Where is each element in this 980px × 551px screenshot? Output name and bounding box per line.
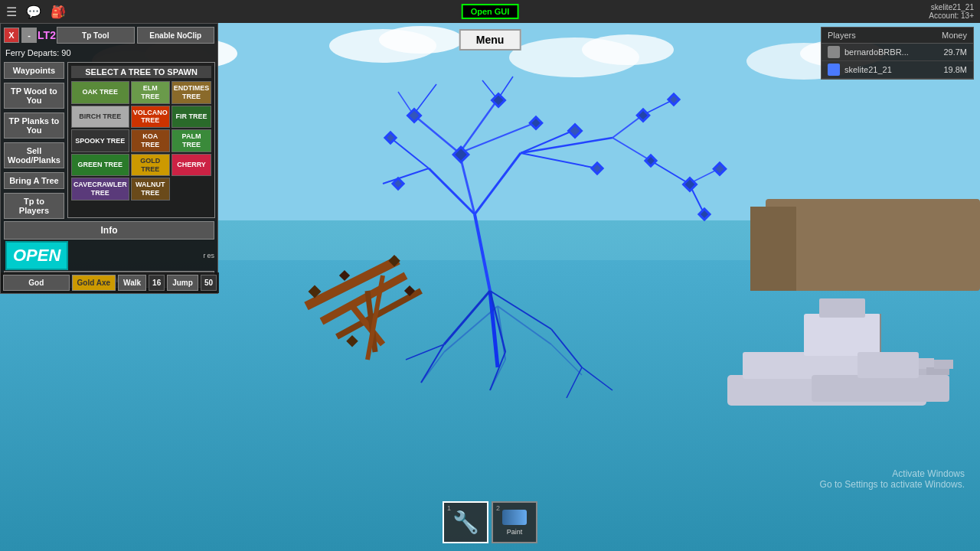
player-row-1: skelite21_21 19.8M xyxy=(822,61,973,79)
backpack-icon[interactable]: 🎒 xyxy=(51,5,66,19)
minimize-button[interactable]: - xyxy=(21,28,37,43)
players-panel: Players Money bernardoBRBR... 29.7M skel… xyxy=(821,27,974,80)
open-button[interactable]: OPEN xyxy=(5,241,68,270)
tree-btn-7[interactable]: KOA TREE xyxy=(131,129,170,152)
gold-axe-button[interactable]: Gold Axe xyxy=(72,275,116,291)
tree-grid: OAK TREEELM TREEENDTIMES TREEBIRCH TREEV… xyxy=(71,81,211,201)
top-bar: ☰ 💬 🎒 Open GUI skelite21_21 Account: 13+ xyxy=(0,0,980,23)
god-button[interactable]: God xyxy=(3,275,70,291)
chat-icon[interactable]: 💬 xyxy=(26,5,41,19)
players-label: Players xyxy=(828,31,856,40)
ferry-info: Ferry Departs: 90 xyxy=(4,47,214,59)
tree-selector-title: SELECT A TREE TO SPAWN xyxy=(71,66,211,78)
hotbar-num-2: 2 xyxy=(496,504,500,512)
user-name: skelite21_21 xyxy=(929,3,974,11)
walk-button[interactable]: Walk xyxy=(118,275,146,291)
tree-btn-1[interactable]: ELM TREE xyxy=(131,81,170,104)
menu-button[interactable]: Menu xyxy=(459,29,521,51)
tree-btn-2[interactable]: ENDTIMES TREE xyxy=(172,81,212,104)
tree-btn-10[interactable]: GOLD TREE xyxy=(131,154,170,177)
tree-btn-12[interactable]: CAVECRAWLER TREE xyxy=(71,178,129,201)
tp-wood-button[interactable]: TP Wood to You xyxy=(4,83,64,109)
player-row-0: bernardoBRBR... 29.7M xyxy=(822,44,973,61)
hotbar-slot-1[interactable]: 1 🔧 xyxy=(443,501,488,543)
player-avatar-1 xyxy=(828,64,840,76)
tree-btn-3[interactable]: BIRCH TREE xyxy=(71,106,129,129)
gui-panel: X - LT2 Tp Tool Enable NoClip Ferry Depa… xyxy=(0,23,218,294)
open-row: OPEN r es xyxy=(4,243,214,269)
tree-btn-11[interactable]: CHERRY xyxy=(172,154,212,177)
user-account: Account: 13+ xyxy=(929,11,974,20)
player-avatar-0 xyxy=(828,46,840,58)
players-panel-header: Players Money xyxy=(822,28,973,44)
tree-btn-8[interactable]: PALM TREE xyxy=(172,129,212,152)
player-money-1: 19.8M xyxy=(943,65,967,74)
ferry-value: 90 xyxy=(61,48,70,57)
tp-tool-button[interactable]: Tp Tool xyxy=(57,27,135,44)
tree-btn-9[interactable]: GREEN TREE xyxy=(71,154,129,177)
side-label-2: es xyxy=(207,252,214,259)
jump-value[interactable]: 50 xyxy=(201,275,217,291)
sell-wood-button[interactable]: Sell Wood/Planks xyxy=(4,142,64,168)
close-button[interactable]: X xyxy=(4,28,19,43)
tp-players-button[interactable]: Tp to Players xyxy=(4,193,64,219)
jump-button[interactable]: Jump xyxy=(167,275,198,291)
lt2-label: LT2 xyxy=(39,28,54,43)
hotbar-icon-1: 🔧 xyxy=(452,510,479,535)
hotbar-num-1: 1 xyxy=(447,504,451,512)
tree-btn-5[interactable]: FIR TREE xyxy=(172,106,212,129)
user-info: skelite21_21 Account: 13+ xyxy=(929,3,974,20)
bottom-bar: God Gold Axe Walk 16 Jump 50 xyxy=(1,272,219,293)
hotbar: 1 🔧 2 Paint xyxy=(443,501,537,543)
hotbar-slot-2[interactable]: 2 Paint xyxy=(492,501,537,543)
tp-planks-button[interactable]: TP Planks to You xyxy=(4,112,64,139)
waypoints-button[interactable]: Waypoints xyxy=(4,62,64,79)
hotbar-label-2: Paint xyxy=(507,528,523,536)
paint-icon xyxy=(502,510,527,525)
side-text: r es xyxy=(203,252,214,259)
hamburger-icon[interactable]: ☰ xyxy=(6,5,17,19)
info-button[interactable]: Info xyxy=(4,221,214,240)
bring-tree-button[interactable]: Bring A Tree xyxy=(4,172,64,189)
money-label: Money xyxy=(942,31,967,40)
side-label-1: r xyxy=(203,252,205,259)
tree-selector: SELECT A TREE TO SPAWN OAK TREEELM TREEE… xyxy=(67,62,215,218)
player-name-0: bernardoBRBR... xyxy=(844,47,943,57)
player-money-0: 29.7M xyxy=(943,47,967,57)
open-gui-button[interactable]: Open GUI xyxy=(462,4,519,19)
panel-top-row: X - LT2 Tp Tool Enable NoClip xyxy=(4,27,214,44)
tree-btn-13[interactable]: WALNUT TREE xyxy=(131,178,170,201)
tree-btn-4[interactable]: VOLCANO TREE xyxy=(131,106,170,129)
walk-value[interactable]: 16 xyxy=(149,275,165,291)
player-name-1: skelite21_21 xyxy=(844,65,943,74)
enable-noclip-button[interactable]: Enable NoClip xyxy=(137,27,215,44)
tree-btn-6[interactable]: SPOOKY TREE xyxy=(71,129,129,152)
tree-btn-0[interactable]: OAK TREE xyxy=(71,81,129,104)
ferry-label: Ferry Departs: xyxy=(5,48,59,57)
